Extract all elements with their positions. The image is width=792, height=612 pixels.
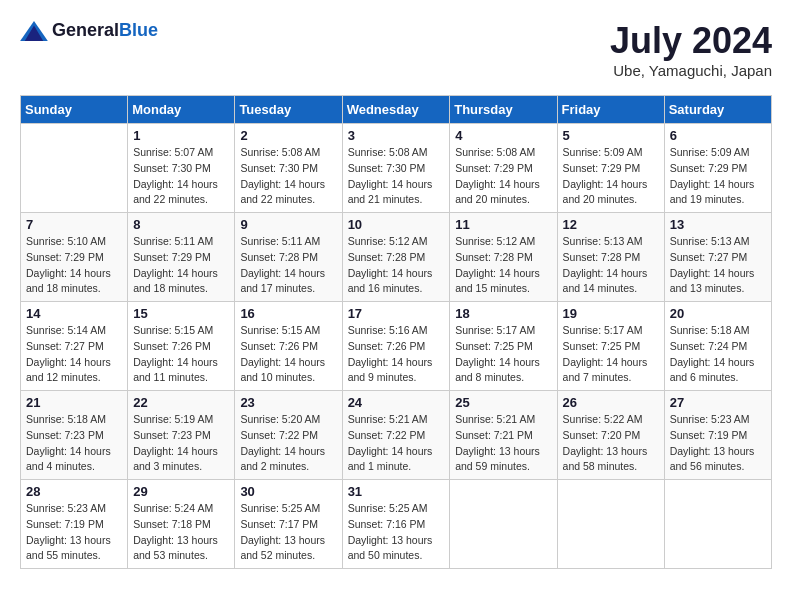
day-number: 3 (348, 128, 445, 143)
day-number: 22 (133, 395, 229, 410)
day-info: Sunrise: 5:25 AMSunset: 7:17 PMDaylight:… (240, 501, 336, 564)
weekday-header-saturday: Saturday (664, 96, 771, 124)
calendar-cell: 26Sunrise: 5:22 AMSunset: 7:20 PMDayligh… (557, 391, 664, 480)
logo-general: General (52, 20, 119, 40)
calendar-cell: 27Sunrise: 5:23 AMSunset: 7:19 PMDayligh… (664, 391, 771, 480)
day-info: Sunrise: 5:11 AMSunset: 7:28 PMDaylight:… (240, 234, 336, 297)
calendar-cell: 10Sunrise: 5:12 AMSunset: 7:28 PMDayligh… (342, 213, 450, 302)
day-number: 16 (240, 306, 336, 321)
day-number: 20 (670, 306, 766, 321)
calendar-cell: 24Sunrise: 5:21 AMSunset: 7:22 PMDayligh… (342, 391, 450, 480)
calendar-cell: 29Sunrise: 5:24 AMSunset: 7:18 PMDayligh… (128, 480, 235, 569)
day-info: Sunrise: 5:15 AMSunset: 7:26 PMDaylight:… (133, 323, 229, 386)
calendar-cell: 4Sunrise: 5:08 AMSunset: 7:29 PMDaylight… (450, 124, 557, 213)
day-info: Sunrise: 5:17 AMSunset: 7:25 PMDaylight:… (563, 323, 659, 386)
week-row-2: 7Sunrise: 5:10 AMSunset: 7:29 PMDaylight… (21, 213, 772, 302)
calendar-cell: 9Sunrise: 5:11 AMSunset: 7:28 PMDaylight… (235, 213, 342, 302)
calendar-cell: 18Sunrise: 5:17 AMSunset: 7:25 PMDayligh… (450, 302, 557, 391)
calendar-cell: 21Sunrise: 5:18 AMSunset: 7:23 PMDayligh… (21, 391, 128, 480)
calendar-cell: 8Sunrise: 5:11 AMSunset: 7:29 PMDaylight… (128, 213, 235, 302)
day-number: 17 (348, 306, 445, 321)
day-number: 30 (240, 484, 336, 499)
day-info: Sunrise: 5:08 AMSunset: 7:29 PMDaylight:… (455, 145, 551, 208)
day-info: Sunrise: 5:08 AMSunset: 7:30 PMDaylight:… (348, 145, 445, 208)
day-number: 24 (348, 395, 445, 410)
week-row-3: 14Sunrise: 5:14 AMSunset: 7:27 PMDayligh… (21, 302, 772, 391)
calendar-cell (21, 124, 128, 213)
day-info: Sunrise: 5:18 AMSunset: 7:23 PMDaylight:… (26, 412, 122, 475)
day-info: Sunrise: 5:10 AMSunset: 7:29 PMDaylight:… (26, 234, 122, 297)
day-info: Sunrise: 5:13 AMSunset: 7:27 PMDaylight:… (670, 234, 766, 297)
day-number: 21 (26, 395, 122, 410)
day-info: Sunrise: 5:18 AMSunset: 7:24 PMDaylight:… (670, 323, 766, 386)
calendar-cell: 20Sunrise: 5:18 AMSunset: 7:24 PMDayligh… (664, 302, 771, 391)
day-number: 26 (563, 395, 659, 410)
day-number: 27 (670, 395, 766, 410)
day-info: Sunrise: 5:13 AMSunset: 7:28 PMDaylight:… (563, 234, 659, 297)
day-number: 25 (455, 395, 551, 410)
calendar-cell: 19Sunrise: 5:17 AMSunset: 7:25 PMDayligh… (557, 302, 664, 391)
day-number: 23 (240, 395, 336, 410)
day-info: Sunrise: 5:23 AMSunset: 7:19 PMDaylight:… (26, 501, 122, 564)
day-info: Sunrise: 5:09 AMSunset: 7:29 PMDaylight:… (670, 145, 766, 208)
day-number: 18 (455, 306, 551, 321)
day-number: 31 (348, 484, 445, 499)
logo-blue: Blue (119, 20, 158, 40)
day-number: 12 (563, 217, 659, 232)
day-number: 6 (670, 128, 766, 143)
generalblue-logo-icon (20, 21, 48, 41)
week-row-5: 28Sunrise: 5:23 AMSunset: 7:19 PMDayligh… (21, 480, 772, 569)
day-number: 15 (133, 306, 229, 321)
calendar-cell: 25Sunrise: 5:21 AMSunset: 7:21 PMDayligh… (450, 391, 557, 480)
day-number: 11 (455, 217, 551, 232)
calendar-cell: 16Sunrise: 5:15 AMSunset: 7:26 PMDayligh… (235, 302, 342, 391)
day-info: Sunrise: 5:21 AMSunset: 7:22 PMDaylight:… (348, 412, 445, 475)
day-info: Sunrise: 5:14 AMSunset: 7:27 PMDaylight:… (26, 323, 122, 386)
day-info: Sunrise: 5:07 AMSunset: 7:30 PMDaylight:… (133, 145, 229, 208)
calendar-cell (557, 480, 664, 569)
calendar-cell: 1Sunrise: 5:07 AMSunset: 7:30 PMDaylight… (128, 124, 235, 213)
day-number: 1 (133, 128, 229, 143)
day-info: Sunrise: 5:17 AMSunset: 7:25 PMDaylight:… (455, 323, 551, 386)
weekday-header-sunday: Sunday (21, 96, 128, 124)
logo-text: GeneralBlue (52, 20, 158, 41)
calendar-cell (664, 480, 771, 569)
day-number: 7 (26, 217, 122, 232)
calendar-cell: 11Sunrise: 5:12 AMSunset: 7:28 PMDayligh… (450, 213, 557, 302)
day-number: 5 (563, 128, 659, 143)
calendar-cell: 2Sunrise: 5:08 AMSunset: 7:30 PMDaylight… (235, 124, 342, 213)
weekday-header-monday: Monday (128, 96, 235, 124)
day-number: 19 (563, 306, 659, 321)
week-row-1: 1Sunrise: 5:07 AMSunset: 7:30 PMDaylight… (21, 124, 772, 213)
calendar-cell: 3Sunrise: 5:08 AMSunset: 7:30 PMDaylight… (342, 124, 450, 213)
calendar-cell: 23Sunrise: 5:20 AMSunset: 7:22 PMDayligh… (235, 391, 342, 480)
day-info: Sunrise: 5:23 AMSunset: 7:19 PMDaylight:… (670, 412, 766, 475)
day-info: Sunrise: 5:25 AMSunset: 7:16 PMDaylight:… (348, 501, 445, 564)
calendar-cell: 30Sunrise: 5:25 AMSunset: 7:17 PMDayligh… (235, 480, 342, 569)
calendar-cell: 14Sunrise: 5:14 AMSunset: 7:27 PMDayligh… (21, 302, 128, 391)
day-info: Sunrise: 5:21 AMSunset: 7:21 PMDaylight:… (455, 412, 551, 475)
weekday-header-thursday: Thursday (450, 96, 557, 124)
calendar-cell: 31Sunrise: 5:25 AMSunset: 7:16 PMDayligh… (342, 480, 450, 569)
day-number: 14 (26, 306, 122, 321)
title-block: July 2024 Ube, Yamaguchi, Japan (610, 20, 772, 79)
day-number: 10 (348, 217, 445, 232)
weekday-header-row: SundayMondayTuesdayWednesdayThursdayFrid… (21, 96, 772, 124)
calendar-cell: 22Sunrise: 5:19 AMSunset: 7:23 PMDayligh… (128, 391, 235, 480)
weekday-header-wednesday: Wednesday (342, 96, 450, 124)
weekday-header-tuesday: Tuesday (235, 96, 342, 124)
day-info: Sunrise: 5:08 AMSunset: 7:30 PMDaylight:… (240, 145, 336, 208)
logo: GeneralBlue (20, 20, 158, 41)
day-info: Sunrise: 5:11 AMSunset: 7:29 PMDaylight:… (133, 234, 229, 297)
month-year: July 2024 (610, 20, 772, 62)
day-info: Sunrise: 5:24 AMSunset: 7:18 PMDaylight:… (133, 501, 229, 564)
calendar-cell: 15Sunrise: 5:15 AMSunset: 7:26 PMDayligh… (128, 302, 235, 391)
calendar-cell: 7Sunrise: 5:10 AMSunset: 7:29 PMDaylight… (21, 213, 128, 302)
day-number: 4 (455, 128, 551, 143)
day-number: 8 (133, 217, 229, 232)
day-number: 13 (670, 217, 766, 232)
day-number: 2 (240, 128, 336, 143)
day-number: 28 (26, 484, 122, 499)
calendar-cell: 13Sunrise: 5:13 AMSunset: 7:27 PMDayligh… (664, 213, 771, 302)
day-number: 9 (240, 217, 336, 232)
